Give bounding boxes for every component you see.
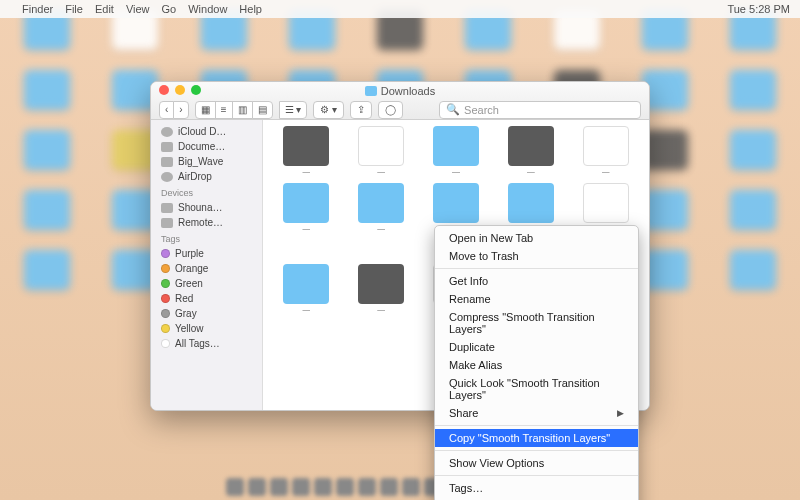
menu-go[interactable]: Go [162, 3, 177, 15]
menu-file[interactable]: File [65, 3, 83, 15]
sidebar-tag[interactable]: All Tags… [151, 336, 262, 351]
context-menu-item[interactable]: Compress "Smooth Transition Layers" [435, 308, 638, 338]
arrange-button[interactable]: ☰ ▾ [279, 101, 308, 119]
context-menu-item[interactable]: Make Alias [435, 356, 638, 374]
file-name: — [377, 225, 385, 234]
file-thumb [358, 264, 404, 304]
minimize-button[interactable] [175, 85, 185, 95]
tag-dot-icon [161, 339, 170, 348]
grid-item[interactable]: — [271, 264, 342, 315]
context-menu: Open in New TabMove to TrashGet InfoRena… [434, 225, 639, 500]
zoom-button[interactable] [191, 85, 201, 95]
context-menu-item-label: Tags… [449, 482, 483, 494]
sidebar-item[interactable]: Docume… [151, 139, 262, 154]
file-name: — [302, 306, 310, 315]
menubar: Finder File Edit View Go Window Help Tue… [0, 0, 800, 18]
sidebar-item[interactable]: AirDrop [151, 169, 262, 184]
context-menu-item[interactable]: Rename [435, 290, 638, 308]
grid-item[interactable]: — [271, 126, 342, 177]
sidebar-item-label: Remote… [178, 217, 223, 228]
sidebar-tag[interactable]: Purple [151, 246, 262, 261]
context-menu-separator [435, 268, 638, 269]
search-icon: 🔍 [446, 103, 460, 116]
file-name: — [302, 225, 310, 234]
menu-help[interactable]: Help [239, 3, 262, 15]
nav-back-forward: ‹ › [159, 101, 189, 119]
air-icon [161, 172, 173, 182]
grid-item[interactable]: — [421, 126, 492, 177]
file-thumb [583, 126, 629, 166]
action-button[interactable]: ⚙ ▾ [313, 101, 344, 119]
context-menu-item[interactable]: Duplicate [435, 338, 638, 356]
file-thumb [583, 183, 629, 223]
view-list[interactable]: ≡ [215, 101, 233, 119]
file-thumb [283, 183, 329, 223]
grid-item[interactable]: — [570, 126, 641, 177]
sidebar-section-tags: Tags [151, 230, 262, 246]
file-name: — [302, 168, 310, 177]
context-menu-item[interactable]: Share▶ [435, 404, 638, 422]
sidebar-item[interactable]: iCloud D… [151, 124, 262, 139]
sidebar-tag[interactable]: Green [151, 276, 262, 291]
file-name: — [602, 168, 610, 177]
sidebar-tag[interactable]: Gray [151, 306, 262, 321]
sidebar-item[interactable]: Shouna… [151, 200, 262, 215]
context-menu-item[interactable]: Copy "Smooth Transition Layers" [435, 429, 638, 447]
sidebar-tag[interactable]: Yellow [151, 321, 262, 336]
context-menu-item-label: Open in New Tab [449, 232, 533, 244]
folder-icon [365, 86, 377, 96]
menu-window[interactable]: Window [188, 3, 227, 15]
share-button[interactable]: ⇪ [350, 101, 372, 119]
context-menu-separator [435, 425, 638, 426]
window-title: Downloads [151, 85, 649, 97]
file-thumb [433, 126, 479, 166]
submenu-arrow-icon: ▶ [617, 408, 624, 418]
file-thumb [283, 126, 329, 166]
tag-dot-icon [161, 264, 170, 273]
folder-icon [508, 183, 554, 223]
sidebar-tag[interactable]: Orange [151, 261, 262, 276]
grid-item[interactable]: — [495, 126, 566, 177]
sidebar-item-label: Green [175, 278, 203, 289]
view-gallery[interactable]: ▤ [252, 101, 273, 119]
grid-item[interactable]: — [346, 264, 417, 315]
context-menu-item-label: Get Info [449, 275, 488, 287]
tag-dot-icon [161, 309, 170, 318]
view-columns[interactable]: ▥ [232, 101, 253, 119]
context-menu-item[interactable]: Open in New Tab [435, 229, 638, 247]
grid-item[interactable]: — [346, 126, 417, 177]
menubar-clock[interactable]: Tue 5:28 PM [727, 3, 790, 15]
menu-view[interactable]: View [126, 3, 150, 15]
grid-item[interactable]: — [271, 183, 342, 258]
file-thumb [433, 183, 479, 223]
forward-button[interactable]: › [173, 101, 188, 119]
context-menu-item[interactable]: Show View Options [435, 454, 638, 472]
tags-button[interactable]: ◯ [378, 101, 403, 119]
back-button[interactable]: ‹ [159, 101, 174, 119]
tag-dot-icon [161, 279, 170, 288]
view-icons[interactable]: ▦ [195, 101, 216, 119]
context-menu-item[interactable]: Tags… [435, 479, 638, 497]
context-menu-item[interactable]: Quick Look "Smooth Transition Layers" [435, 374, 638, 404]
file-thumb [358, 183, 404, 223]
context-menu-item-label: Copy "Smooth Transition Layers" [449, 432, 610, 444]
sidebar-item-label: Shouna… [178, 202, 222, 213]
sidebar-item-label: Purple [175, 248, 204, 259]
search-input[interactable]: 🔍 Search [439, 101, 641, 119]
grid-item[interactable]: — [346, 183, 417, 258]
view-mode-segment: ▦ ≡ ▥ ▤ [195, 101, 273, 119]
cloud-icon [161, 127, 173, 137]
context-menu-item[interactable]: Move to Trash [435, 247, 638, 265]
menu-edit[interactable]: Edit [95, 3, 114, 15]
sidebar-item[interactable]: Big_Wave [151, 154, 262, 169]
context-menu-item[interactable]: Get Info [435, 272, 638, 290]
sidebar-item[interactable]: Remote… [151, 215, 262, 230]
context-menu-item-label: Move to Trash [449, 250, 519, 262]
sidebar-tag[interactable]: Red [151, 291, 262, 306]
context-menu-item-label: Show View Options [449, 457, 544, 469]
menu-app[interactable]: Finder [22, 3, 53, 15]
close-button[interactable] [159, 85, 169, 95]
context-menu-separator [435, 450, 638, 451]
file-name: — [377, 168, 385, 177]
context-menu-item-label: Quick Look "Smooth Transition Layers" [449, 377, 624, 401]
